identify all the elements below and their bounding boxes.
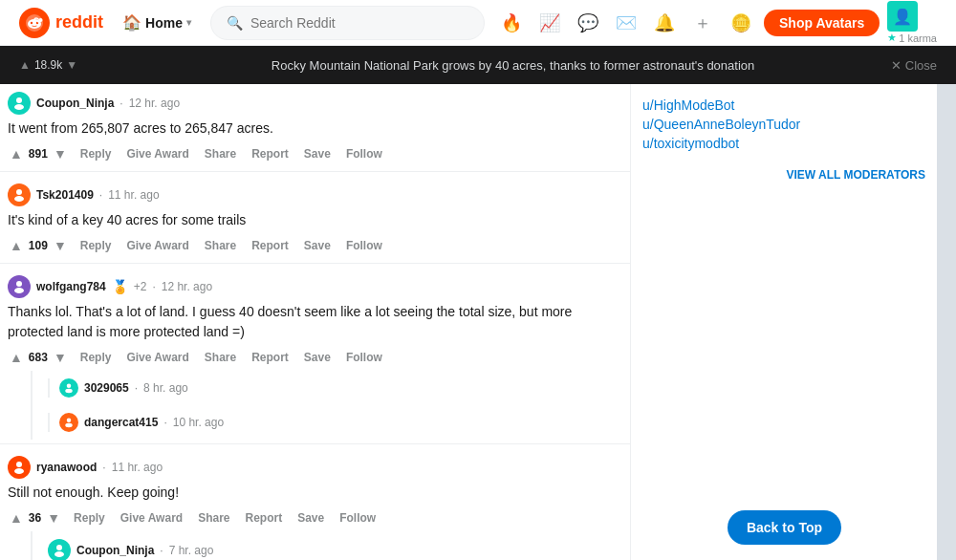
moderator-link-0[interactable]: u/HighModeBot: [642, 96, 925, 115]
comment-6-timestamp: 11 hr. ago: [112, 461, 163, 474]
user-avatar[interactable]: 👤: [887, 1, 918, 32]
shop-avatars-button[interactable]: Shop Avatars: [764, 10, 880, 36]
share-button[interactable]: Share: [201, 237, 240, 254]
upvote-button[interactable]: ▲: [8, 508, 25, 528]
follow-button[interactable]: Follow: [342, 237, 386, 254]
comment-3-timestamp: 12 hr. ago: [162, 280, 212, 293]
divider: [0, 443, 630, 444]
reddit-snoo-icon: [25, 13, 44, 32]
popular-icon-btn[interactable]: 🔥: [496, 8, 527, 38]
coins-icon-btn[interactable]: 🪙: [726, 8, 756, 38]
svg-point-8: [14, 196, 24, 202]
save-button[interactable]: Save: [300, 145, 335, 162]
view-all-moderators-link[interactable]: VIEW ALL MODERATORS: [786, 168, 925, 182]
reply-button[interactable]: Reply: [76, 145, 116, 162]
comment-1-actions: ▲ 891 ▼ Reply Give Award Share Report Sa…: [8, 144, 622, 163]
reply-button[interactable]: Reply: [76, 237, 116, 254]
give-award-button[interactable]: Give Award: [122, 237, 192, 254]
search-input[interactable]: [250, 15, 468, 31]
comment-7-author[interactable]: Coupon_Ninja: [76, 544, 154, 557]
messaging-icon-btn[interactable]: ✉️: [611, 8, 641, 38]
moderator-link-1[interactable]: u/QueenAnneBoleynTudor: [642, 115, 925, 134]
comment-4-author[interactable]: 3029065: [84, 381, 129, 395]
comment-4: 3029065 · 8 hr. ago: [40, 371, 630, 405]
comment-6-author[interactable]: ryanawood: [36, 461, 97, 474]
give-award-button[interactable]: Give Award: [122, 145, 192, 162]
comment-7: Coupon_Ninja · 7 hr. ago Totally! ▲ 3 ▼ …: [40, 531, 630, 560]
comment-2: Tsk201409 · 11 hr. ago It's kind of a ke…: [0, 176, 630, 259]
comment-5-dot: ·: [163, 416, 166, 429]
downvote-button[interactable]: ▼: [52, 236, 69, 255]
vote-count: 109: [29, 239, 48, 252]
avatar-tsk: [8, 183, 31, 206]
follow-button[interactable]: Follow: [342, 349, 386, 366]
share-button[interactable]: Share: [201, 349, 240, 366]
comment-3-author[interactable]: wolfgang784: [36, 280, 106, 293]
comment-2-header: Tsk201409 · 11 hr. ago: [8, 183, 622, 206]
notifications-icon-btn[interactable]: 🔔: [649, 8, 680, 38]
vote-count: 18.9k: [34, 58, 62, 72]
save-button[interactable]: Save: [300, 237, 335, 254]
svg-point-12: [65, 389, 73, 394]
give-award-button[interactable]: Give Award: [122, 349, 192, 366]
nested-line-indicator: [48, 378, 50, 398]
upvote-button[interactable]: ▲: [8, 144, 25, 163]
up-arrow-icon: ▲: [19, 58, 31, 72]
comment-3-body: Thanks lol. That's a lot of land. I gues…: [8, 302, 622, 342]
follow-button[interactable]: Follow: [336, 509, 380, 527]
report-button[interactable]: Report: [248, 145, 293, 162]
avatar-icon: [11, 460, 27, 475]
comment-2-author[interactable]: Tsk201409: [36, 188, 94, 202]
comments-section: Coupon_Ninja · 12 hr. ago It went from 2…: [0, 84, 631, 560]
give-award-button[interactable]: Give Award: [117, 509, 186, 527]
comment-1-author[interactable]: Coupon_Ninja: [36, 97, 114, 110]
save-button[interactable]: Save: [300, 349, 335, 366]
close-label: Close: [905, 58, 937, 73]
share-button[interactable]: Share: [201, 145, 240, 162]
upvote-button[interactable]: ▲: [8, 348, 25, 367]
vote-count: 683: [29, 351, 48, 364]
svg-point-7: [16, 189, 22, 195]
comment-3-actions: ▲ 683 ▼ Reply Give Award Share Report Sa…: [8, 348, 622, 367]
home-button[interactable]: 🏠 Home ▾: [115, 8, 199, 37]
save-button[interactable]: Save: [293, 509, 328, 527]
svg-point-13: [67, 419, 72, 423]
svg-point-18: [54, 551, 64, 557]
award-icon: 🏅: [112, 279, 128, 294]
comment-2-actions: ▲ 109 ▼ Reply Give Award Share Report Sa…: [8, 236, 622, 255]
share-button[interactable]: Share: [194, 509, 233, 527]
comment-5-author[interactable]: dangercat415: [84, 416, 158, 429]
comment-5-header: dangercat415 · 10 hr. ago: [48, 413, 622, 432]
svg-point-16: [14, 468, 24, 474]
search-bar[interactable]: 🔍: [210, 6, 485, 40]
reddit-icon: [19, 8, 50, 38]
svg-point-15: [16, 462, 22, 467]
vote-count: 891: [29, 147, 48, 161]
plus-icon-btn[interactable]: ＋: [687, 8, 718, 38]
sidebar-moderators: u/HighModeBot u/QueenAnneBoleynTudor u/t…: [642, 96, 925, 153]
announcement-bar: ▲ 18.9k ▼ Rocky Mountain National Park g…: [0, 46, 956, 84]
reply-button[interactable]: Reply: [76, 349, 116, 366]
back-to-top-button[interactable]: Back to Top: [728, 510, 841, 545]
comment-6-body: Still not enough. Keep going!: [8, 483, 622, 503]
report-button[interactable]: Report: [242, 509, 287, 527]
downvote-button[interactable]: ▼: [52, 144, 69, 163]
follow-button[interactable]: Follow: [342, 145, 386, 162]
content-area: Coupon_Ninja · 12 hr. ago It went from 2…: [0, 84, 956, 560]
svg-point-10: [14, 288, 24, 293]
trending-icon-btn[interactable]: 📈: [534, 8, 565, 38]
comment-6: ryanawood · 11 hr. ago Still not enough.…: [0, 448, 630, 531]
avatar-wolfgang: [8, 275, 31, 298]
report-button[interactable]: Report: [248, 349, 293, 366]
reply-button[interactable]: Reply: [70, 509, 109, 527]
reddit-text: reddit: [55, 12, 103, 32]
upvote-button[interactable]: ▲: [8, 236, 25, 255]
chat-icon-btn[interactable]: 💬: [573, 8, 603, 38]
moderator-link-2[interactable]: u/toxicitymodbot: [642, 134, 925, 153]
report-button[interactable]: Report: [248, 237, 293, 254]
announcement-close-button[interactable]: ✕ Close: [891, 58, 937, 73]
downvote-button[interactable]: ▼: [45, 508, 62, 528]
down-arrow-icon: ▼: [66, 58, 77, 72]
comment-4-dot: ·: [135, 381, 138, 395]
downvote-button[interactable]: ▼: [52, 348, 69, 367]
